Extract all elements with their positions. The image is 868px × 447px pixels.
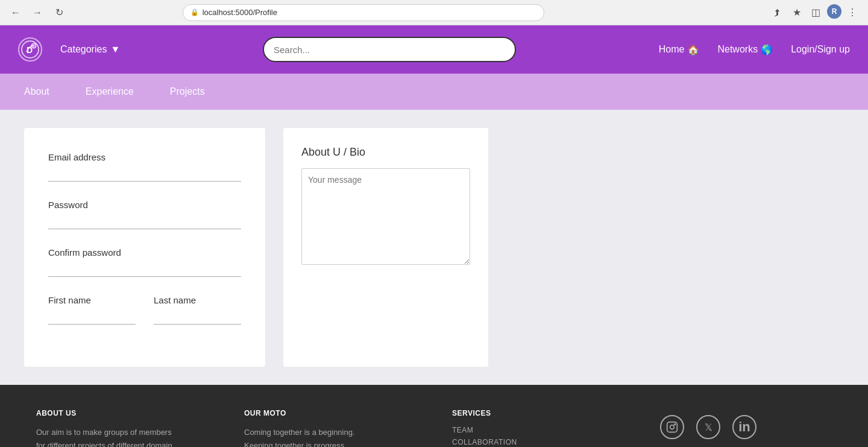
categories-menu[interactable]: Categories ▼ (60, 44, 120, 55)
linkedin-icon[interactable]: in (732, 415, 756, 439)
confirm-password-label: Confirm password (48, 247, 241, 258)
globe-icon: 🌎 (761, 44, 773, 55)
password-label: Password (48, 200, 241, 210)
home-link[interactable]: Home 🏠 (659, 44, 700, 55)
browser-avatar[interactable]: R (827, 4, 841, 19)
confirm-password-input[interactable] (48, 261, 241, 277)
search-input[interactable] (263, 37, 516, 62)
footer-moto-title: OUR MOTO (244, 409, 416, 417)
first-name-group: First name (48, 295, 136, 325)
address-bar[interactable]: 🔒 localhost:5000/Profile (183, 4, 544, 21)
login-signup-label: Login/Sign up (791, 44, 850, 55)
spacer (506, 128, 844, 367)
svg-point-4 (670, 425, 675, 430)
bookmark-button[interactable]: ★ (788, 4, 805, 21)
back-button[interactable]: ← (7, 4, 24, 21)
browser-chrome: ← → ↻ 🔒 localhost:5000/Profile ⮭ ★ ◫ R ⋮ (0, 0, 868, 25)
password-input[interactable] (48, 214, 241, 229)
login-signup-link[interactable]: Login/Sign up (791, 44, 850, 55)
categories-arrow: ▼ (110, 44, 120, 55)
confirm-password-group: Confirm password (48, 247, 241, 277)
footer-about-text: Our aim is to make groups of members for… (36, 426, 208, 447)
footer-about-title: ABOUT US (36, 409, 208, 417)
footer-moto-col: OUR MOTO Coming together is a beginning.… (244, 409, 416, 447)
profile-form-card: Email address Password Confirm password … (24, 128, 265, 367)
services-collaboration-link[interactable]: COLLABORATION (452, 438, 624, 446)
logo[interactable]: D (18, 37, 42, 62)
email-group: Email address (48, 152, 241, 182)
footer-moto-text: Coming together is a beginning. Keeping … (244, 426, 416, 447)
subnav-about[interactable]: About (24, 86, 49, 97)
networks-link[interactable]: Networks 🌎 (717, 44, 773, 55)
subnav-projects[interactable]: Projects (170, 86, 205, 97)
networks-label: Networks (717, 44, 758, 55)
categories-label: Categories (60, 44, 107, 55)
password-group: Password (48, 200, 241, 229)
footer-services-title: SERVICES (452, 409, 624, 417)
menu-button[interactable]: ⋮ (844, 4, 861, 21)
svg-rect-3 (667, 422, 678, 433)
extensions-button[interactable]: ◫ (808, 4, 825, 21)
logo-icon: D (18, 37, 42, 62)
services-team-link[interactable]: TEAM (452, 426, 624, 434)
reload-button[interactable]: ↻ (51, 4, 68, 21)
instagram-icon[interactable] (660, 415, 684, 439)
url-text: localhost:5000/Profile (203, 8, 277, 17)
email-input[interactable] (48, 166, 241, 182)
first-name-label: First name (48, 295, 136, 305)
bio-title: About U / Bio (301, 146, 470, 159)
search-container (120, 37, 659, 62)
main-content: Email address Password Confirm password … (0, 110, 868, 385)
name-row: First name Last name (48, 295, 241, 325)
forward-button[interactable]: → (29, 4, 46, 21)
social-icons: 𝕏 in (660, 415, 832, 439)
sub-navbar: About Experience Projects (0, 74, 868, 110)
last-name-input[interactable] (154, 309, 241, 325)
home-label: Home (659, 44, 685, 55)
share-button[interactable]: ⮭ (769, 4, 786, 21)
twitter-icon[interactable]: 𝕏 (696, 415, 720, 439)
browser-actions: ⮭ ★ ◫ R ⋮ (769, 4, 861, 21)
footer-about-col: ABOUT US Our aim is to make groups of me… (36, 409, 208, 447)
bio-card: About U / Bio (283, 128, 488, 367)
subnav-experience[interactable]: Experience (86, 86, 134, 97)
last-name-group: Last name (154, 295, 241, 325)
last-name-label: Last name (154, 295, 241, 305)
footer-social-col: 𝕏 in © Copyright Code Dingers. All Right… (660, 409, 832, 447)
first-name-input[interactable] (48, 309, 136, 325)
home-icon: 🏠 (687, 44, 699, 55)
search-wrapper (263, 37, 516, 62)
footer-services-col: SERVICES TEAM COLLABORATION EVENTS (452, 409, 624, 447)
bio-textarea[interactable] (301, 168, 470, 265)
svg-point-5 (675, 424, 676, 425)
navbar-links: Home 🏠 Networks 🌎 Login/Sign up (659, 44, 850, 55)
footer: ABOUT US Our aim is to make groups of me… (0, 385, 868, 447)
email-label: Email address (48, 152, 241, 162)
lock-icon: 🔒 (190, 8, 199, 16)
logo-svg: D (20, 40, 40, 59)
main-navbar: D Categories ▼ Home 🏠 Networks 🌎 Login/S… (0, 25, 868, 74)
